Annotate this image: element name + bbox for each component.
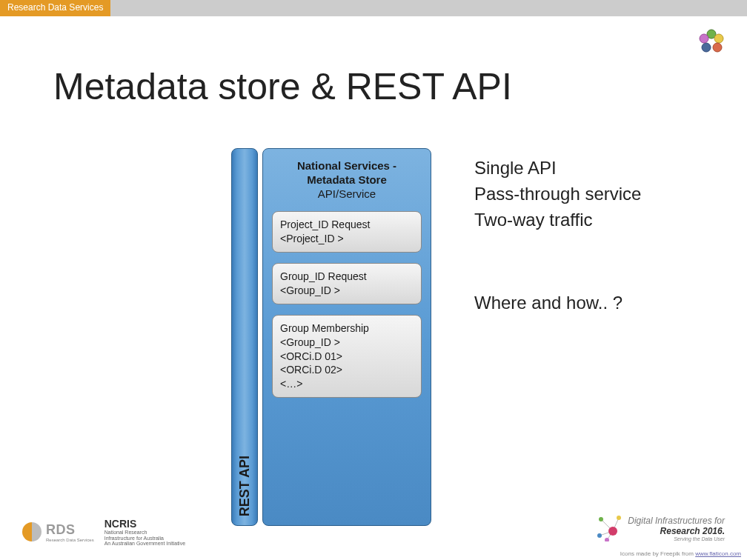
svg-point-9: [608, 527, 617, 536]
rest-api-pillar: REST API: [231, 148, 258, 526]
store-header-line1: National Services -: [297, 159, 396, 172]
box-group-id: Group_ID Request<Group_ID >: [272, 263, 422, 304]
dir-line3: Serving the Data User: [628, 536, 725, 541]
box-project-id: Project_ID Request<Project_ID >: [272, 211, 422, 253]
diagram: REST API National Services - Metadata St…: [231, 148, 431, 526]
network-icon: [597, 515, 623, 541]
header-tab: Research Data Services: [0, 0, 110, 16]
flower-icon: [698, 28, 725, 55]
footer-right: Digital Infrastructures for Research 201…: [597, 515, 725, 541]
page-title: Metadata store & REST API: [53, 65, 512, 108]
dir-logo: Digital Infrastructures for Research 201…: [597, 515, 725, 541]
side-text-block1: Single APIPass-through serviceTwo-way tr…: [474, 156, 641, 233]
store-header-line3: API/Service: [318, 187, 376, 200]
svg-point-12: [597, 533, 602, 538]
dir-line1: Digital Infrastructures for: [628, 516, 725, 526]
svg-point-11: [617, 516, 621, 520]
credit-link[interactable]: www.flaticon.com: [695, 550, 741, 557]
rds-ball-icon: [22, 522, 42, 541]
ncris-logo-text: NCRIS: [104, 518, 185, 530]
box-group-membership: Group Membership<Group_ID ><ORCi.D 01><O…: [272, 315, 422, 398]
ncris-logo: NCRIS National Research Infrastructure f…: [104, 518, 185, 547]
metadata-store-header: National Services - Metadata Store API/S…: [272, 159, 422, 201]
rds-logo-text: RDS: [46, 522, 94, 538]
ncris-sub2: Infrastructure for Australia: [104, 536, 185, 541]
rest-api-label: REST API: [237, 456, 253, 516]
svg-point-4: [700, 34, 708, 43]
ncris-sub1: National Research: [104, 530, 185, 536]
svg-point-2: [713, 43, 722, 52]
svg-point-1: [714, 34, 723, 43]
header-bar: Research Data Services: [0, 0, 747, 16]
dir-text: Digital Infrastructures for Research 201…: [628, 516, 725, 541]
svg-point-10: [599, 517, 603, 521]
rds-logo-sub: Research Data Services: [46, 538, 94, 542]
metadata-store-panel: National Services - Metadata Store API/S…: [262, 148, 431, 526]
credit-prefix: Icons made by Freepik from: [620, 550, 695, 557]
ncris-sub3: An Australian Government Initiative: [104, 541, 185, 547]
store-header-line2: Metadata Store: [307, 173, 387, 186]
dir-line2: Research 2016.: [628, 526, 725, 536]
footer-left: RDS Research Data Services NCRIS Nationa…: [22, 518, 185, 547]
credit-line: Icons made by Freepik from www.flaticon.…: [620, 550, 741, 557]
rds-logo: RDS Research Data Services: [22, 522, 94, 542]
side-text-block2: Where and how.. ?: [474, 293, 622, 313]
svg-point-3: [702, 43, 711, 52]
